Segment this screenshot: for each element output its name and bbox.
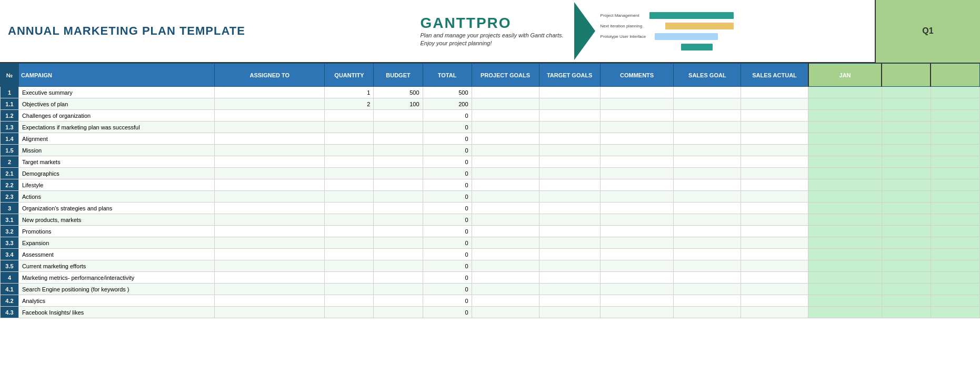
table-cell[interactable] — [882, 203, 931, 214]
table-cell[interactable] — [741, 203, 808, 214]
table-cell[interactable]: Lifestyle — [18, 179, 214, 191]
table-cell[interactable] — [539, 98, 600, 110]
table-cell[interactable] — [882, 260, 931, 272]
table-cell[interactable] — [808, 203, 882, 214]
table-cell[interactable] — [931, 110, 979, 122]
table-cell[interactable] — [539, 110, 600, 122]
table-cell[interactable] — [741, 110, 808, 122]
table-cell[interactable] — [741, 179, 808, 191]
table-cell[interactable] — [215, 87, 325, 98]
row-no-cell[interactable]: 3 — [1, 203, 19, 214]
table-cell[interactable] — [808, 260, 882, 272]
table-cell[interactable] — [374, 237, 423, 249]
table-cell[interactable] — [931, 87, 979, 98]
table-cell[interactable] — [808, 272, 882, 284]
table-cell[interactable] — [674, 122, 741, 133]
table-cell[interactable] — [882, 156, 931, 168]
table-cell[interactable] — [882, 237, 931, 249]
table-cell[interactable] — [374, 295, 423, 307]
table-cell[interactable] — [674, 295, 741, 307]
table-cell[interactable] — [674, 110, 741, 122]
table-cell[interactable] — [600, 307, 674, 318]
table-cell[interactable] — [931, 249, 979, 260]
table-cell[interactable] — [741, 226, 808, 237]
table-cell[interactable] — [600, 226, 674, 237]
table-cell[interactable]: 2 — [325, 98, 374, 110]
table-cell[interactable] — [741, 249, 808, 260]
table-cell[interactable]: Expectations if marketing plan was succe… — [18, 122, 214, 133]
table-cell[interactable] — [539, 214, 600, 226]
table-cell[interactable] — [374, 145, 423, 156]
table-cell[interactable] — [600, 156, 674, 168]
table-cell[interactable] — [931, 307, 979, 318]
table-cell[interactable] — [741, 295, 808, 307]
table-cell[interactable]: 0 — [423, 249, 472, 260]
table-cell[interactable] — [215, 110, 325, 122]
table-cell[interactable]: Organization's strategies and plans — [18, 203, 214, 214]
table-cell[interactable] — [539, 284, 600, 295]
table-cell[interactable] — [325, 156, 374, 168]
table-cell[interactable]: New products, markets — [18, 214, 214, 226]
table-cell[interactable] — [931, 237, 979, 249]
table-cell[interactable] — [808, 98, 882, 110]
table-cell[interactable] — [472, 307, 539, 318]
table-cell[interactable]: 0 — [423, 145, 472, 156]
table-cell[interactable] — [808, 307, 882, 318]
table-cell[interactable]: 0 — [423, 284, 472, 295]
row-no-cell[interactable]: 2 — [1, 156, 19, 168]
table-cell[interactable] — [808, 133, 882, 145]
table-cell[interactable] — [215, 191, 325, 203]
table-cell[interactable] — [600, 87, 674, 98]
table-cell[interactable] — [931, 191, 979, 203]
table-cell[interactable] — [808, 249, 882, 260]
table-cell[interactable] — [539, 168, 600, 179]
row-no-cell[interactable]: 3.3 — [1, 237, 19, 249]
table-cell[interactable]: 100 — [374, 98, 423, 110]
row-no-cell[interactable]: 4.3 — [1, 307, 19, 318]
table-cell[interactable] — [539, 307, 600, 318]
table-cell[interactable] — [539, 122, 600, 133]
table-cell[interactable] — [539, 133, 600, 145]
table-cell[interactable] — [600, 214, 674, 226]
table-cell[interactable] — [374, 191, 423, 203]
table-cell[interactable] — [741, 168, 808, 179]
table-cell[interactable] — [325, 179, 374, 191]
table-cell[interactable] — [741, 191, 808, 203]
table-cell[interactable] — [215, 145, 325, 156]
table-cell[interactable]: Executive summary — [18, 87, 214, 98]
table-cell[interactable] — [215, 307, 325, 318]
table-cell[interactable] — [600, 260, 674, 272]
table-cell[interactable] — [741, 133, 808, 145]
table-cell[interactable] — [215, 98, 325, 110]
table-cell[interactable] — [882, 226, 931, 237]
table-cell[interactable] — [325, 260, 374, 272]
table-cell[interactable] — [882, 98, 931, 110]
table-cell[interactable] — [215, 156, 325, 168]
table-cell[interactable] — [882, 122, 931, 133]
table-cell[interactable] — [472, 214, 539, 226]
table-cell[interactable]: Target markets — [18, 156, 214, 168]
table-cell[interactable] — [600, 272, 674, 284]
row-no-cell[interactable]: 4.1 — [1, 284, 19, 295]
table-cell[interactable] — [325, 295, 374, 307]
table-cell[interactable] — [472, 295, 539, 307]
table-cell[interactable] — [539, 191, 600, 203]
table-cell[interactable] — [472, 168, 539, 179]
table-cell[interactable] — [808, 145, 882, 156]
table-cell[interactable] — [674, 284, 741, 295]
table-cell[interactable] — [472, 249, 539, 260]
table-cell[interactable]: 500 — [423, 87, 472, 98]
table-cell[interactable]: 0 — [423, 203, 472, 214]
table-cell[interactable] — [215, 237, 325, 249]
row-no-cell[interactable]: 1 — [1, 87, 19, 98]
table-cell[interactable] — [808, 295, 882, 307]
table-cell[interactable] — [600, 284, 674, 295]
row-no-cell[interactable]: 2.1 — [1, 168, 19, 179]
row-no-cell[interactable]: 3.4 — [1, 249, 19, 260]
table-cell[interactable]: 0 — [423, 226, 472, 237]
table-cell[interactable] — [882, 145, 931, 156]
table-cell[interactable] — [374, 226, 423, 237]
table-cell[interactable] — [931, 145, 979, 156]
table-cell[interactable] — [472, 110, 539, 122]
table-cell[interactable] — [741, 98, 808, 110]
